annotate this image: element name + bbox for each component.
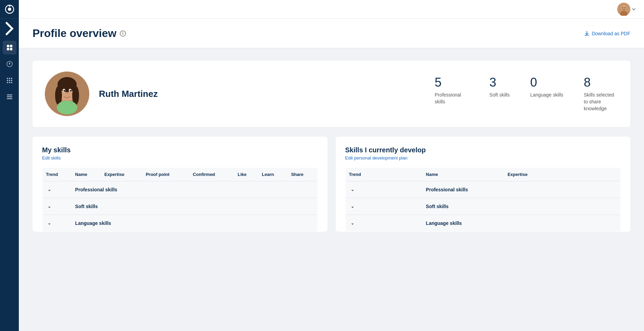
chevron-down-icon: ⌄ (349, 220, 356, 227)
compass-icon (6, 61, 13, 67)
stat-share-knowledge: 8 Skills selected to share knowledge (584, 76, 618, 112)
svg-rect-20 (7, 98, 12, 99)
profile-info: Ruth Martinez (45, 72, 158, 116)
sidebar-collapse-button[interactable] (0, 22, 19, 35)
develop-skills-panel: Skills I currently develop Edit personal… (336, 137, 631, 232)
develop-skills-table: Trend Name Expertise ⌄ Professional skil… (345, 167, 621, 232)
svg-rect-19 (7, 97, 12, 98)
dev-col-trend: Trend (345, 168, 423, 181)
list-icon (6, 93, 13, 100)
table-row[interactable]: ⌄ Language skills (42, 215, 318, 232)
download-pdf-button[interactable]: Download as PDF (584, 31, 630, 36)
edit-skills-link[interactable]: Edit skills (42, 155, 318, 161)
skills-container: My skills Edit skills Trend Name Experti… (33, 137, 630, 232)
svg-point-33 (57, 101, 77, 114)
col-share: Share (288, 168, 318, 181)
dev-col-expertise: Expertise (504, 168, 620, 181)
table-row[interactable]: ⌄ Professional skills (42, 181, 318, 198)
table-row[interactable]: ⌄ Soft skills (42, 198, 318, 215)
col-confirmed: Confirmed (190, 168, 234, 181)
page-header: Profile overview ℹ Download as PDF (19, 19, 644, 48)
col-expertise: Expertise (101, 168, 142, 181)
group-label-soft: Soft skills (72, 198, 318, 215)
sidebar-item-compass[interactable] (3, 57, 16, 71)
col-proof: Proof point (142, 168, 190, 181)
stats-section: 5 Professional skills 3 Soft skills 0 La… (435, 76, 618, 112)
stat-share-knowledge-label: Skills selected to share knowledge (584, 92, 618, 112)
stat-professional-skills-number: 5 (435, 76, 469, 89)
user-avatar-button[interactable] (617, 3, 636, 16)
profile-avatar (45, 72, 89, 116)
logo-icon (5, 4, 14, 14)
profile-section: Ruth Martinez 5 Professional skills 3 So… (33, 61, 630, 127)
chevron-down-icon: ⌄ (46, 186, 53, 193)
svg-point-25 (624, 8, 626, 9)
page-content: Ruth Martinez 5 Professional skills 3 So… (19, 48, 644, 331)
svg-point-11 (11, 78, 12, 79)
my-skills-table: Trend Name Expertise Proof point Confirm… (42, 167, 318, 232)
col-trend: Trend (42, 168, 72, 181)
group-label-professional: Professional skills (72, 181, 318, 198)
edit-development-plan-link[interactable]: Edit personal development plan (345, 155, 621, 161)
svg-point-9 (7, 78, 8, 79)
top-bar (19, 0, 644, 19)
col-learn: Learn (258, 168, 287, 181)
svg-rect-5 (7, 48, 9, 50)
info-icon[interactable]: ℹ (120, 30, 126, 37)
sidebar-nav (0, 41, 19, 104)
table-row[interactable]: ⌄ Language skills (345, 215, 621, 232)
chevron-down-icon: ⌄ (46, 203, 53, 210)
svg-point-24 (622, 8, 623, 9)
chevron-down-icon: ⌄ (349, 203, 356, 210)
header-title-group: Profile overview ℹ (33, 27, 126, 40)
table-row[interactable]: ⌄ Professional skills (345, 181, 621, 198)
svg-point-37 (70, 90, 72, 92)
svg-point-2 (9, 5, 10, 7)
chevron-down-icon (632, 7, 636, 11)
dev-group-label-language: Language skills (423, 215, 621, 232)
dev-group-label-soft: Soft skills (423, 198, 621, 215)
chevron-down-icon: ⌄ (349, 186, 356, 193)
profile-name: Ruth Martinez (99, 89, 158, 99)
svg-rect-4 (10, 45, 12, 47)
svg-rect-18 (7, 94, 12, 96)
stat-language-skills-label: Language skills (530, 92, 563, 99)
dev-col-name: Name (423, 168, 504, 181)
stat-language-skills-number: 0 (530, 76, 563, 89)
stat-soft-skills-number: 3 (489, 76, 510, 89)
sidebar-item-dashboard[interactable] (3, 41, 16, 54)
main-content: Profile overview ℹ Download as PDF (19, 0, 644, 331)
svg-point-10 (9, 78, 10, 79)
svg-point-12 (7, 80, 8, 81)
svg-point-13 (9, 80, 10, 81)
col-like: Like (234, 168, 258, 181)
svg-point-36 (64, 90, 65, 92)
header-actions: Download as PDF (584, 31, 630, 36)
profile-avatar-image (45, 72, 89, 116)
my-skills-title: My skills (42, 146, 318, 154)
svg-point-15 (7, 82, 8, 83)
dev-group-label-professional: Professional skills (423, 181, 621, 198)
chevron-right-icon (0, 19, 19, 38)
avatar (617, 3, 630, 16)
develop-skills-title: Skills I currently develop (345, 146, 621, 154)
chevron-down-icon: ⌄ (46, 220, 53, 227)
dots-grid-icon (6, 77, 13, 84)
stat-soft-skills-label: Soft skills (489, 92, 510, 99)
col-name: Name (72, 168, 101, 181)
avatar-image (617, 3, 630, 16)
download-icon (584, 31, 590, 36)
table-row[interactable]: ⌄ Soft skills (345, 198, 621, 215)
sidebar-item-list[interactable] (3, 90, 16, 104)
svg-point-17 (11, 82, 12, 83)
svg-rect-6 (10, 48, 12, 50)
my-skills-panel: My skills Edit skills Trend Name Experti… (33, 137, 327, 232)
svg-point-16 (9, 82, 10, 83)
svg-rect-3 (7, 45, 9, 47)
svg-point-14 (11, 80, 12, 81)
grid-icon (6, 44, 13, 51)
svg-marker-8 (9, 62, 10, 65)
sidebar-item-skills[interactable] (3, 74, 16, 87)
stat-language-skills: 0 Language skills (530, 76, 563, 112)
page-title: Profile overview (33, 27, 116, 40)
